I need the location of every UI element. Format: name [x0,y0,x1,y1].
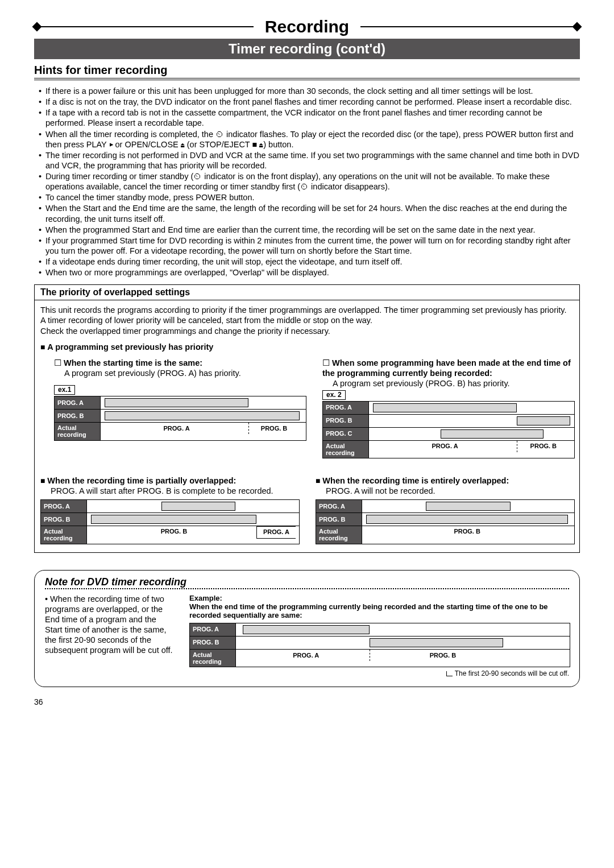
hint-item: The timer recording is not performed in … [39,150,580,171]
gantt-result: PROG. A [373,441,517,452]
decor-line-right [360,26,580,27]
hint-item: When the programmed Start and End time a… [39,225,580,235]
example-label: ex. 2 [322,390,346,400]
hints-list: If there is a power failure or this unit… [34,86,580,278]
case-3: ■ When the recording time is partially o… [40,476,298,544]
footnote-tick-icon [446,671,453,676]
gantt-row-label: PROG. B [41,513,87,526]
case-desc: PROG. A will start after PROG. B is comp… [40,486,298,496]
case-title: When some programming have been made at … [322,358,571,378]
gantt-result: PROG. B [366,526,567,538]
hint-item: To cancel the timer standby mode, press … [39,192,580,202]
gantt-note: PROG. A PROG. B Actual recording PROG. A… [189,623,570,667]
box-intro: This unit records the programs according… [40,305,574,315]
gantt-result: PROG. B [91,526,257,538]
box-intro: Check the overlapped timer programmings … [40,326,574,336]
gantt-row-label: PROG. A [316,500,362,512]
gantt-result: PROG. A [243,650,370,661]
hint-item: During timer recording or timer standby … [39,171,580,192]
gantt-ex4: PROG. A PROG. B Actual recording PROG. B [316,499,575,544]
hint-item: If a disc is not on the tray, the DVD in… [39,97,580,107]
gantt-ex3: PROG. A PROG. B Actual recording PROG. B… [40,499,300,544]
gantt-row-label: PROG. A [41,500,87,512]
hint-item: If a tape with a record tab is not in th… [39,108,580,128]
hint-item: When two or more programmings are overla… [39,267,580,278]
gantt-ex1: PROG. A PROG. B Actual recording PROG. A… [54,396,306,440]
case-title: When the recording time is entirely over… [322,476,509,485]
example-heading: Example: [189,594,569,602]
bullet-square-icon: ■ [40,342,47,352]
rule-heading: A programming set previously has priorit… [47,342,213,352]
example-desc: When the end time of the programming cur… [189,602,569,619]
gantt-result: PROG. B [248,423,300,434]
checkbox-icon: ☐ [322,358,332,367]
gantt-row-label: Actual recording [190,650,236,667]
page-title-block: Recording [34,17,580,36]
gantt-row-label: PROG. A [190,623,236,636]
section-heading: Hints for timer recording [34,64,580,80]
priority-box: The priority of overlapped settings This… [34,284,580,552]
gantt-row-label: PROG. B [55,410,101,422]
gantt-row-label: PROG. A [323,402,369,414]
hint-item: When the Start and the End time are the … [39,203,580,224]
gantt-row-label: Actual recording [316,526,362,543]
case-title: When the recording time is partially ove… [47,476,236,485]
case-1: ☐ When the starting time is the same: A … [54,358,305,458]
gantt-row-label: PROG. B [190,636,236,649]
case-desc: A program set previously (PROG. A) has p… [54,368,305,378]
bullet-icon: • [45,594,50,604]
gantt-result: PROG. A [256,526,295,539]
page-number: 36 [34,697,580,706]
gantt-result: PROG. B [383,650,503,661]
box-intro: A timer recording of lower priority will… [40,315,574,325]
case-desc: A program set previously (PROG. B) has p… [322,378,574,388]
hint-item: When all the timer recording is complete… [39,129,580,150]
footnote-text: The first 20-90 seconds will be cut off. [455,669,569,677]
gantt-ex2: PROG. A PROG. B PROG. C Actual recording… [322,401,575,458]
example-label: ex.1 [54,385,75,395]
gantt-row-label: PROG. B [323,415,369,427]
gantt-row-label: Actual recording [323,441,369,458]
gantt-result: PROG. A [105,423,249,434]
gantt-result: PROG. B [517,441,570,452]
case-desc: PROG. A will not be recorded. [316,486,574,496]
note-title: Note for DVD timer recording [45,576,569,588]
case-title: When the starting time is the same: [64,358,202,367]
footnote: The first 20-90 seconds will be cut off. [189,669,569,677]
gantt-row-label: PROG. B [316,513,362,526]
hint-item: If your programmed Start time for DVD re… [39,235,580,256]
note-box: Note for DVD timer recording • When the … [34,570,580,687]
box-heading: The priority of overlapped settings [35,285,579,300]
note-text: When the recording time of two programs … [45,594,173,655]
gantt-row-label: Actual recording [55,423,101,440]
dotted-divider [45,588,569,589]
hint-item: If there is a power failure or this unit… [39,86,580,96]
case-2: ☐ When some programming have been made a… [322,358,574,458]
bullet-square-icon: ■ [316,476,322,485]
subheader: Timer recording (cont'd) [34,39,580,59]
checkbox-icon: ☐ [54,358,64,367]
hint-item: If a videotape ends during timer recordi… [39,257,580,267]
bullet-square-icon: ■ [40,476,47,485]
case-4: ■ When the recording time is entirely ov… [316,476,574,544]
gantt-row-label: PROG. A [55,396,101,409]
gantt-row-label: Actual recording [41,526,87,543]
gantt-row-label: PROG. C [323,428,369,440]
page-title: Recording [254,17,360,36]
decor-line-left [34,26,254,27]
